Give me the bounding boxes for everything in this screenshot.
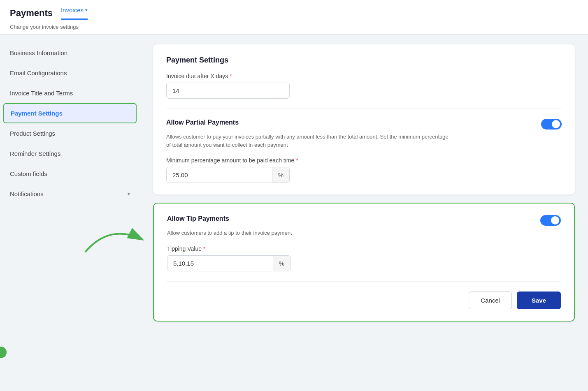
header-subtitle: Change your invoice settings xyxy=(10,21,578,34)
required-star: * xyxy=(203,245,205,252)
min-percent-input-wrap: % xyxy=(166,167,290,183)
toggle-slider xyxy=(540,215,561,226)
sidebar-item-invoice-title-and-terms[interactable]: Invoice Title and Terms xyxy=(0,83,140,103)
tip-payments-title: Allow Tip Payments xyxy=(167,215,229,222)
payment-settings-title: Payment Settings xyxy=(166,56,562,65)
sidebar-item-label: Reminder Settings xyxy=(10,150,60,157)
tipping-value-label: Tipping Value * xyxy=(167,245,561,252)
sidebar: Business Information Email Configuration… xyxy=(0,35,140,391)
cancel-button[interactable]: Cancel xyxy=(469,292,512,309)
tip-payments-toggle[interactable] xyxy=(540,215,561,226)
sidebar-item-label: Payment Settings xyxy=(11,110,63,117)
partial-payments-toggle[interactable] xyxy=(541,119,562,130)
sidebar-item-label: Custom fields xyxy=(10,170,47,177)
sidebar-item-label: Email Configurations xyxy=(10,69,67,76)
divider xyxy=(166,109,562,109)
tipping-suffix: % xyxy=(273,256,290,271)
invoice-due-input[interactable] xyxy=(166,83,290,99)
required-star: * xyxy=(296,157,298,164)
header-top: Payments Invoices ▾ xyxy=(10,7,578,20)
partial-payments-title: Allow Partial Payments xyxy=(166,119,239,126)
green-arrow-icon xyxy=(77,219,151,260)
partial-payments-header: Allow Partial Payments xyxy=(166,119,562,130)
tip-payments-card: Allow Tip Payments Allow customers to ad… xyxy=(153,203,575,322)
tip-payments-desc: Allow customers to add a tip to their in… xyxy=(167,229,455,237)
sidebar-item-label: Invoice Title and Terms xyxy=(10,90,73,97)
sidebar-item-label: Business Information xyxy=(10,49,67,56)
chevron-down-icon: ▾ xyxy=(128,191,130,197)
sidebar-item-product-settings[interactable]: Product Settings xyxy=(0,123,140,143)
sidebar-item-custom-fields[interactable]: Custom fields xyxy=(0,164,140,184)
divider xyxy=(167,281,561,282)
layout: Business Information Email Configuration… xyxy=(0,35,588,391)
chevron-down-icon: ▾ xyxy=(85,7,88,13)
main-content: Payment Settings Invoice due after X day… xyxy=(140,35,588,391)
sidebar-item-label: Notifications xyxy=(10,190,44,197)
partial-payments-desc: Allows customer to pay your invoices par… xyxy=(166,133,454,149)
sidebar-item-email-configurations[interactable]: Email Configurations xyxy=(0,63,140,83)
tip-payments-header: Allow Tip Payments xyxy=(167,215,561,226)
sidebar-item-business-information[interactable]: Business Information xyxy=(0,43,140,63)
button-row: Cancel Save xyxy=(167,292,561,309)
min-percent-label: Minimum percentage amount to be paid eac… xyxy=(166,157,562,164)
percent-suffix: % xyxy=(272,167,289,183)
invoice-due-label: Invoice due after X days * xyxy=(166,73,562,79)
sidebar-item-payment-settings[interactable]: Payment Settings xyxy=(3,103,137,123)
tipping-value-input[interactable] xyxy=(167,256,273,271)
min-percent-input[interactable] xyxy=(167,167,272,183)
sidebar-item-notifications[interactable]: Notifications ▾ xyxy=(0,184,140,204)
sidebar-item-reminder-settings[interactable]: Reminder Settings xyxy=(0,143,140,164)
app-title: Payments xyxy=(10,8,53,19)
invoices-tab[interactable]: Invoices ▾ xyxy=(61,7,88,20)
invoices-tab-label: Invoices xyxy=(61,7,84,14)
required-star: * xyxy=(230,73,232,79)
save-button[interactable]: Save xyxy=(517,292,561,309)
header: Payments Invoices ▾ Change your invoice … xyxy=(0,0,588,35)
toggle-slider xyxy=(541,119,562,130)
payment-settings-card: Payment Settings Invoice due after X day… xyxy=(153,44,575,194)
tipping-input-wrap: % xyxy=(167,255,291,271)
tip-card-container: Allow Tip Payments Allow customers to ad… xyxy=(153,203,575,322)
sidebar-item-label: Product Settings xyxy=(10,130,55,137)
